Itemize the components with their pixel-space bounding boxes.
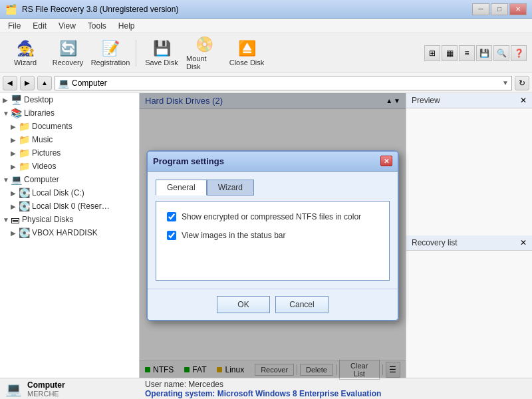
- tree-label-computer: Computer: [24, 175, 59, 184]
- ok-button[interactable]: OK: [217, 296, 270, 313]
- status-left: 💻 Computer MERCHE: [0, 380, 140, 398]
- help-icon[interactable]: ❓: [511, 45, 527, 61]
- wizard-label: Wizard: [14, 59, 37, 66]
- address-combo[interactable]: 💻 Computer ▼: [55, 76, 512, 90]
- tree-item-documents[interactable]: ▶ 📁 Documents: [0, 120, 139, 133]
- menu-edit[interactable]: Edit: [27, 20, 52, 32]
- close-disk-icon: ⏏️: [238, 40, 256, 57]
- pictures-icon: 📁: [19, 148, 30, 158]
- tree-item-local-c[interactable]: ▶ 💽 Local Disk (C:): [0, 186, 139, 200]
- preview-header: Preview ✕: [406, 93, 532, 108]
- tree-arrow-physical: ▼: [3, 216, 11, 223]
- save-icon[interactable]: 💾: [476, 45, 492, 61]
- close-button[interactable]: ✕: [509, 3, 527, 15]
- tree-label-physical: Physical Disks: [22, 215, 73, 224]
- up-button[interactable]: ▲: [37, 76, 52, 90]
- tree-arrow-pictures: ▶: [11, 150, 19, 157]
- menu-help[interactable]: Help: [113, 20, 140, 32]
- tree-label-local-c: Local Disk (C:): [32, 188, 84, 198]
- tree-item-physical[interactable]: ▼ 🖴 Physical Disks: [0, 213, 139, 226]
- tree-label-local-0: Local Disk 0 (Reservado pa: [32, 201, 112, 211]
- tree-arrow-documents: ▶: [11, 123, 19, 130]
- username-label: User name:: [145, 380, 188, 389]
- menu-tools[interactable]: Tools: [82, 20, 112, 32]
- music-icon: 📁: [19, 134, 30, 145]
- tree-arrow-desktop: ▶: [3, 96, 11, 104]
- preview-title: Preview: [412, 96, 440, 105]
- checkbox-row-encrypted: Show encrypted or compressed NTFS files …: [167, 212, 378, 221]
- preview-close-icon[interactable]: ✕: [520, 96, 527, 105]
- libraries-icon: 📚: [11, 108, 22, 118]
- tree-arrow-local-c: ▶: [11, 190, 19, 197]
- tree-item-local-0[interactable]: ▶ 💽 Local Disk 0 (Reservado pa: [0, 200, 139, 213]
- checkbox-view-images[interactable]: [167, 231, 176, 240]
- tree-item-computer[interactable]: ▼ 💻 Computer: [0, 173, 139, 186]
- center-panel: Hard Disk Drives (2) ▲ ▼ NTFS FAT Linux …: [140, 93, 406, 378]
- minimize-button[interactable]: ─: [472, 3, 489, 15]
- tree-label-documents: Documents: [32, 122, 72, 131]
- documents-icon: 📁: [19, 121, 30, 132]
- tab-general[interactable]: General: [156, 180, 207, 196]
- address-bar: ◀ ▶ ▲ 💻 Computer ▼ ↻: [0, 73, 532, 93]
- tree-item-pictures[interactable]: ▶ 📁 Pictures: [0, 146, 139, 160]
- address-dropdown-arrow[interactable]: ▼: [502, 79, 509, 86]
- modal-overlay: Program settings ✕ General Wizard Show e…: [140, 93, 406, 378]
- recovery-list-content: [406, 251, 532, 378]
- save-disk-button[interactable]: 💾 Save Disk: [142, 36, 182, 70]
- modal-footer: OK Cancel: [148, 289, 398, 320]
- tree-arrow-computer: ▼: [3, 176, 11, 184]
- recovery-list-close-icon[interactable]: ✕: [520, 238, 527, 247]
- tree-label-vbox: VBOX HARDDISK: [32, 228, 98, 237]
- registration-button[interactable]: 📝 Registration: [90, 36, 130, 70]
- label-view-images: View images in the status bar: [182, 231, 286, 240]
- status-info: Computer MERCHE: [27, 380, 65, 398]
- view-large-icon[interactable]: ⊞: [424, 45, 440, 61]
- tab-wizard[interactable]: Wizard: [207, 180, 254, 196]
- mount-disk-label: Mount Disk: [186, 55, 222, 70]
- tree-label-libraries: Libraries: [24, 108, 55, 118]
- os-value: Microsoft Windows 8 Enterprise Evaluatio…: [217, 389, 382, 398]
- registration-icon: 📝: [102, 40, 120, 57]
- maximize-button[interactable]: □: [491, 3, 508, 15]
- view-medium-icon[interactable]: ▦: [442, 45, 458, 61]
- modal-titlebar: Program settings ✕: [148, 152, 398, 172]
- checkbox-show-encrypted[interactable]: [167, 212, 176, 221]
- recovery-list-header: Recovery list ✕: [406, 235, 532, 251]
- tree-item-music[interactable]: ▶ 📁 Music: [0, 133, 139, 146]
- menu-bar: File Edit View Tools Help: [0, 19, 532, 33]
- refresh-button[interactable]: ↻: [515, 76, 529, 90]
- address-text: Computer: [72, 78, 502, 88]
- tree-label-music: Music: [32, 135, 53, 144]
- tree-item-desktop[interactable]: ▶ 🖥️ Desktop: [0, 93, 139, 106]
- tree-item-libraries[interactable]: ▼ 📚 Libraries: [0, 106, 139, 120]
- registration-label: Registration: [91, 59, 130, 66]
- back-button[interactable]: ◀: [3, 76, 17, 90]
- close-disk-button[interactable]: ⏏️ Close Disk: [227, 36, 267, 70]
- tree-arrow-vbox: ▶: [11, 229, 19, 237]
- status-bar: 💻 Computer MERCHE User name: Mercedes Op…: [0, 378, 532, 399]
- tree-item-videos[interactable]: ▶ 📁 Videos: [0, 160, 139, 173]
- recovery-button[interactable]: 🔄 Recovery: [48, 36, 88, 70]
- search-icon[interactable]: 🔍: [493, 45, 509, 61]
- tree-label-desktop: Desktop: [24, 95, 53, 104]
- tree-arrow-local-0: ▶: [11, 203, 19, 210]
- modal-close-button[interactable]: ✕: [380, 156, 392, 166]
- label-show-encrypted: Show encrypted or compressed NTFS files …: [182, 212, 361, 221]
- tree-item-vbox[interactable]: ▶ 💽 VBOX HARDDISK: [0, 226, 139, 239]
- mount-disk-button[interactable]: 📀 Mount Disk: [184, 36, 224, 70]
- app-icon: 🗂️: [5, 4, 17, 15]
- tree-arrow-music: ▶: [11, 136, 19, 144]
- wizard-button[interactable]: 🧙 Wizard: [5, 36, 45, 70]
- forward-button[interactable]: ▶: [20, 76, 35, 90]
- os-label: Operating system:: [145, 389, 217, 398]
- menu-file[interactable]: File: [3, 20, 26, 32]
- menu-view[interactable]: View: [53, 20, 81, 32]
- desktop-icon: 🖥️: [11, 94, 22, 105]
- address-icon: 💻: [58, 78, 69, 88]
- videos-icon: 📁: [19, 161, 30, 172]
- view-small-icon[interactable]: ≡: [459, 45, 475, 61]
- modal-content: Show encrypted or compressed NTFS files …: [156, 201, 390, 281]
- recovery-icon: 🔄: [59, 40, 77, 57]
- cancel-button[interactable]: Cancel: [275, 296, 329, 313]
- save-disk-label: Save Disk: [145, 59, 178, 66]
